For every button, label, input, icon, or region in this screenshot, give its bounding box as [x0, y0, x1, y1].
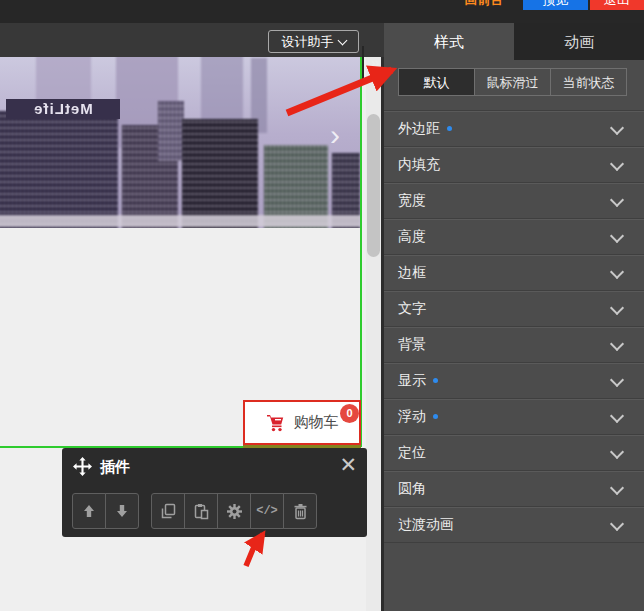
modified-dot [433, 414, 438, 419]
plugin-toolbar-title: 插件 [100, 458, 130, 477]
section-radius[interactable]: 圆角 [384, 470, 644, 506]
move-down-button[interactable] [105, 493, 139, 529]
canvas-toolbar: 设计助手 » [0, 23, 384, 57]
section-display[interactable]: 显示 [384, 362, 644, 398]
design-assistant-label: 设计助手 [282, 33, 334, 51]
section-padding[interactable]: 内填充 [384, 146, 644, 182]
chevron-down-icon [610, 373, 624, 387]
state-hover[interactable]: 鼠标滑过 [474, 68, 551, 96]
metlife-sign: MetLife [6, 99, 120, 119]
cart-label: 购物车 [294, 413, 339, 432]
section-height[interactable]: 高度 [384, 218, 644, 254]
chevron-down-icon [610, 121, 624, 135]
chevron-down-icon [337, 35, 347, 45]
trash-icon [292, 503, 309, 520]
toolbar-divider [362, 46, 364, 80]
style-panel: 样式 动画 默认 鼠标滑过 当前状态 外边距 内填充 宽度 高度 [384, 23, 644, 611]
move-up-button[interactable] [72, 493, 106, 529]
banner-carousel-image[interactable]: MetLife › [0, 57, 361, 228]
preview-button[interactable]: 预览 [523, 0, 588, 10]
section-position[interactable]: 定位 [384, 434, 644, 470]
paste-icon [193, 503, 210, 520]
section-background[interactable]: 背景 [384, 326, 644, 362]
delete-button[interactable] [283, 493, 317, 529]
arrow-up-icon [81, 503, 97, 519]
code-icon: </> [256, 504, 278, 518]
chevron-down-icon [610, 481, 624, 495]
cart-count-badge: 0 [340, 404, 359, 423]
tab-animation[interactable]: 动画 [514, 23, 644, 60]
design-assistant-dropdown[interactable]: 设计助手 [268, 30, 359, 53]
carousel-next-icon[interactable]: › [323, 119, 347, 153]
state-current[interactable]: 当前状态 [550, 68, 627, 96]
modified-dot [433, 378, 438, 383]
canvas-scrollbar-thumb[interactable] [367, 114, 380, 257]
close-icon[interactable]: ✕ [339, 453, 357, 477]
chevron-down-icon [610, 337, 624, 351]
back-to-site-label: 回前台 [452, 0, 516, 9]
guide-line-vertical [360, 57, 362, 447]
editor-window: 回前台 预览 退出 设计助手 » Met [0, 0, 644, 611]
section-border[interactable]: 边框 [384, 254, 644, 290]
copy-button[interactable] [151, 493, 185, 529]
paste-button[interactable] [184, 493, 218, 529]
move-handle-icon[interactable] [73, 457, 92, 476]
gear-icon [226, 503, 243, 520]
chevron-down-icon [610, 265, 624, 279]
exit-button[interactable]: 退出 [590, 0, 644, 10]
style-accordion: 外边距 内填充 宽度 高度 边框 文字 [384, 110, 644, 543]
section-text[interactable]: 文字 [384, 290, 644, 326]
copy-icon [160, 503, 177, 520]
arrow-to-code-button [246, 534, 263, 566]
section-float[interactable]: 浮动 [384, 398, 644, 434]
chevron-down-icon [610, 445, 624, 459]
chevron-down-icon [610, 157, 624, 171]
back-to-site-button[interactable]: 回前台 [452, 0, 516, 10]
plugin-button-row: </> [72, 493, 317, 529]
chevron-down-icon [610, 301, 624, 315]
plugin-toolbar: 插件 ✕ [62, 448, 367, 537]
edit-code-button[interactable]: </> [250, 493, 284, 529]
shopping-cart-widget[interactable]: 购物车 0 [243, 400, 361, 445]
tab-style[interactable]: 样式 [384, 23, 514, 60]
modified-dot [447, 126, 452, 131]
section-width[interactable]: 宽度 [384, 182, 644, 218]
chevron-down-icon [610, 229, 624, 243]
exit-label: 退出 [590, 0, 644, 9]
top-bar: 回前台 预览 退出 [0, 0, 644, 23]
state-switcher: 默认 鼠标滑过 当前状态 [398, 68, 627, 96]
chevron-down-icon [610, 409, 624, 423]
preview-label: 预览 [523, 0, 588, 9]
section-margin[interactable]: 外边距 [384, 110, 644, 146]
cityscape-photo [0, 57, 361, 228]
section-transition[interactable]: 过渡动画 [384, 506, 644, 543]
collapse-panel-button[interactable]: » [366, 52, 384, 74]
state-default[interactable]: 默认 [398, 68, 475, 96]
settings-button[interactable] [217, 493, 251, 529]
shopping-cart-icon [266, 413, 286, 433]
chevron-down-icon [610, 517, 624, 531]
arrow-down-icon [114, 503, 130, 519]
chevron-down-icon [610, 193, 624, 207]
